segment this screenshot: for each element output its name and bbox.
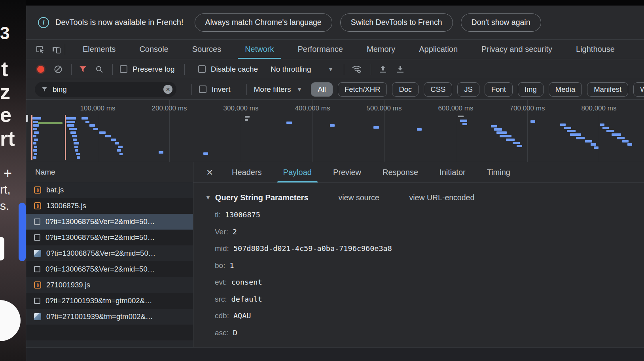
devtools-window: i DevTools is now available in French! A…: [26, 0, 644, 361]
chevron-down-icon: ▼: [328, 66, 333, 72]
script-file-icon: [34, 186, 41, 194]
waterfall-bar: [560, 124, 566, 126]
waterfall-bar: [600, 124, 604, 126]
infobar-button-don-t-show-again[interactable]: Don't show again: [461, 13, 541, 32]
more-filters-dropdown[interactable]: More filters ▼: [254, 85, 303, 94]
waterfall-bar: [72, 135, 77, 137]
tab-console[interactable]: Console: [127, 40, 180, 59]
tab-performance[interactable]: Performance: [286, 40, 355, 59]
filter-pill-manifest[interactable]: Manifest: [587, 82, 628, 97]
tab-privacy-and-security[interactable]: Privacy and security: [470, 40, 564, 59]
waterfall-bar: [462, 123, 467, 125]
tab-elements[interactable]: Elements: [71, 40, 127, 59]
filter-pill-img[interactable]: Img: [518, 82, 544, 97]
tab-memory[interactable]: Memory: [355, 40, 407, 59]
request-row[interactable]: 0?ti=13006875&Ver=2&mid=50…: [26, 230, 193, 245]
screen: 3tzert+rt,s. i DevTools is now available…: [0, 0, 644, 361]
close-icon[interactable]: ✕: [202, 168, 217, 177]
tab-sources[interactable]: Sources: [180, 40, 233, 59]
filter-pill-css[interactable]: CSS: [424, 82, 452, 97]
filter-pill-doc[interactable]: Doc: [392, 82, 419, 97]
throttling-dropdown[interactable]: No throttling ▼: [271, 65, 333, 74]
param-value: AQAU: [233, 308, 251, 325]
filter-pill-all[interactable]: All: [311, 82, 333, 97]
param-key: src:: [215, 291, 227, 308]
filter-pill-font[interactable]: Font: [485, 82, 513, 97]
view-url-encoded-link[interactable]: view URL-encoded: [409, 193, 474, 202]
overview-drag-handle[interactable]: [26, 115, 28, 122]
filter-input-box[interactable]: ✕: [35, 82, 176, 97]
tab-lighthouse[interactable]: Lighthouse: [564, 40, 627, 59]
invert-checkbox[interactable]: [199, 86, 206, 93]
param-value: 507d803d-d021-4c59-a0ba-7196c960e3a8: [233, 240, 392, 257]
divider: [246, 84, 247, 95]
divider: [112, 64, 113, 75]
network-overview-timeline[interactable]: 100,000 ms200,000 ms300,000 ms400,000 ms…: [26, 100, 644, 162]
request-name: 13006875.js: [46, 201, 86, 210]
request-name: 0?ti=13006875&Ver=2&mid=50…: [45, 265, 155, 274]
infobar-button-switch-devtools-to-french[interactable]: Switch DevTools to French: [340, 13, 453, 32]
request-row[interactable]: 0?ti=13006875&Ver=2&mid=50…: [26, 261, 193, 277]
waterfall-bar: [89, 124, 95, 127]
param-value: 13006875: [225, 207, 260, 224]
expand-triangle-icon[interactable]: ▼: [205, 194, 211, 201]
request-row[interactable]: 0?ti=271001939&tm=gtm002&…: [26, 293, 193, 309]
filter-pill-fetch-xhr[interactable]: Fetch/XHR: [338, 82, 387, 97]
waterfall-bar: [66, 117, 76, 120]
param-row: asc:D: [205, 325, 644, 342]
param-key: asc:: [215, 325, 229, 342]
document-file-icon: [34, 266, 40, 272]
request-row[interactable]: 0?ti=13006875&Ver=2&mid=50…: [26, 245, 193, 261]
disable-cache-checkbox[interactable]: [198, 65, 206, 73]
waterfall-bar: [627, 143, 632, 146]
filter-pill-media[interactable]: Media: [549, 82, 582, 97]
request-row[interactable]: 271001939.js: [26, 277, 193, 293]
request-row[interactable]: bat.js: [26, 182, 193, 198]
param-row: evt:consent: [205, 274, 644, 291]
search-icon[interactable]: [95, 65, 104, 74]
details-tab-response[interactable]: Response: [372, 162, 429, 182]
details-tab-initiator[interactable]: Initiator: [429, 162, 476, 182]
export-har-icon[interactable]: [396, 65, 405, 74]
param-key: evt:: [215, 274, 227, 291]
request-row[interactable]: 0?ti=271001939&tm=gtm002&…: [26, 309, 193, 325]
device-toolbar-icon[interactable]: [48, 40, 65, 59]
network-conditions-icon[interactable]: [351, 64, 362, 74]
details-tab-timing[interactable]: Timing: [476, 162, 521, 182]
filter-pill-ws[interactable]: WS: [633, 82, 644, 97]
name-column-header[interactable]: Name: [26, 162, 193, 182]
details-tab-headers[interactable]: Headers: [221, 162, 273, 182]
funnel-icon: [41, 86, 48, 93]
waterfall-bar: [81, 117, 88, 120]
devtools-infobar: i DevTools is now available in French! A…: [26, 6, 644, 40]
details-tab-payload[interactable]: Payload: [273, 162, 322, 182]
page-edge-text: rt,: [0, 184, 11, 196]
inspect-icon[interactable]: [32, 40, 48, 59]
tab-network[interactable]: Network: [233, 40, 286, 59]
preserve-log-checkbox[interactable]: [120, 65, 127, 73]
clear-filter-icon[interactable]: ✕: [163, 85, 172, 94]
page-edge-text: e: [0, 104, 11, 125]
waterfall-bar: [33, 124, 39, 127]
request-row[interactable]: 13006875.js: [26, 198, 193, 214]
request-row[interactable]: 0?ti=13006875&Ver=2&mid=50…: [26, 214, 193, 230]
infobar-button-always-match-chrome-s-language[interactable]: Always match Chrome's language: [195, 13, 332, 32]
import-har-icon[interactable]: [378, 65, 388, 74]
page-edge-white-tab: [0, 237, 4, 260]
filter-pill-js[interactable]: JS: [457, 82, 479, 97]
waterfall-bar: [203, 152, 208, 155]
request-name: 271001939.js: [46, 281, 90, 289]
details-tab-preview[interactable]: Preview: [322, 162, 372, 182]
filter-icon[interactable]: [79, 65, 87, 73]
waterfall-bar: [111, 139, 116, 141]
filter-text-input[interactable]: [53, 85, 163, 94]
record-button[interactable]: [37, 66, 44, 73]
view-source-link[interactable]: view source: [339, 193, 379, 202]
tab-application[interactable]: Application: [407, 40, 470, 59]
clear-icon[interactable]: [54, 65, 63, 74]
request-name: 0?ti=13006875&Ver=2&mid=50…: [45, 217, 155, 226]
details-tab-bar: ✕ HeadersPayloadPreviewResponseInitiator…: [193, 162, 644, 183]
waterfall-bar: [564, 127, 571, 129]
query-string-section-header: ▼ Query String Parameters view source vi…: [205, 188, 644, 207]
chevron-down-icon: ▼: [297, 86, 303, 93]
